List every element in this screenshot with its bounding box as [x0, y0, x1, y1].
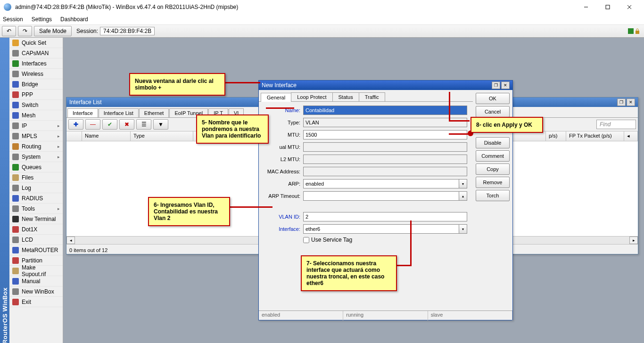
- sidebar-item-metarouter[interactable]: MetaROUTER: [9, 245, 63, 255]
- vlan-id-input[interactable]: 2: [303, 212, 467, 221]
- sidebar-item-label: Queues: [22, 164, 41, 171]
- add-button[interactable]: ✚: [68, 119, 83, 130]
- terminal-icon: [12, 216, 19, 222]
- new-interface-statusbar: enabledrunningslave: [259, 310, 512, 320]
- sidebar-item-label: RADIUS: [22, 195, 43, 202]
- window-close-button[interactable]: ✕: [627, 98, 635, 106]
- arp-dropdown-icon[interactable]: ▾: [459, 179, 467, 188]
- interface-dropdown-icon[interactable]: ▾: [459, 224, 467, 234]
- sidebar-item-mesh[interactable]: Mesh: [9, 110, 63, 121]
- sidebar-item-log[interactable]: Log: [9, 183, 63, 193]
- undo-button[interactable]: ↶: [2, 26, 16, 36]
- sidebar-item-system[interactable]: System▸: [9, 152, 63, 162]
- sidebar-item-exit[interactable]: Exit: [9, 297, 63, 307]
- col-type[interactable]: Type: [131, 131, 193, 141]
- app-icon: [4, 3, 11, 11]
- arp-timeout-stepper-icon[interactable]: ▴: [459, 191, 467, 201]
- filter-button[interactable]: ▼: [153, 119, 168, 130]
- sidebar-item-new-terminal[interactable]: New Terminal: [9, 214, 63, 224]
- sidebar-item-label: System: [22, 154, 41, 160]
- sidebar-item-wireless[interactable]: Wireless: [9, 69, 63, 79]
- sidebar-item-label: IP: [22, 122, 27, 129]
- use-service-tag-checkbox[interactable]: [303, 237, 309, 243]
- name-input[interactable]: Contabilidad: [303, 106, 467, 115]
- chevron-right-icon: ▸: [58, 155, 60, 159]
- comment-button[interactable]: Comment: [476, 150, 510, 162]
- sidebar-item-files[interactable]: Files: [9, 172, 63, 183]
- window-close-button[interactable]: ✕: [501, 82, 510, 89]
- arp-timeout-input[interactable]: [303, 191, 459, 201]
- safe-mode-button[interactable]: Safe Mode: [34, 26, 72, 36]
- sidebar-item-label: Quick Set: [22, 40, 46, 46]
- torch-button[interactable]: Torch: [476, 190, 510, 201]
- col-ps[interactable]: p/s): [546, 131, 566, 141]
- sidebar-item-dot1x[interactable]: Dot1X: [9, 224, 63, 235]
- comment-button[interactable]: ☰: [136, 119, 151, 130]
- sidebar-item-tools[interactable]: Tools▸: [9, 204, 63, 214]
- sidebar-item-lcd[interactable]: LCD: [9, 235, 63, 245]
- chevron-right-icon: ▸: [58, 134, 60, 139]
- session-value: 74:4D:28:B9:F4:2B: [100, 27, 155, 35]
- find-input[interactable]: Find: [596, 120, 636, 129]
- window-restore-button[interactable]: ❐: [492, 82, 500, 89]
- window-titlebar: admin@74:4D:28:B9:F4:2B (MikroTik) - Win…: [0, 0, 644, 14]
- callout-name: 5- Nombre que le pondremos a nuestra Vla…: [196, 114, 269, 144]
- cancel-button[interactable]: Cancel: [476, 106, 510, 117]
- sidebar-item-capsman[interactable]: CAPsMAN: [9, 48, 63, 58]
- sidebar-item-ppp[interactable]: PPP: [9, 90, 63, 100]
- sidebar-item-make-supout-rif[interactable]: Make Supout.rif: [9, 266, 63, 276]
- enable-button[interactable]: ✔: [102, 119, 117, 130]
- menu-settings[interactable]: Settings: [32, 16, 52, 23]
- new-interface-titlebar[interactable]: New Interface ❐ ✕: [259, 81, 512, 90]
- col-fptx[interactable]: FP Tx Packet (p/s): [566, 131, 624, 141]
- arp-timeout-label: ARP Timeout:: [261, 193, 303, 199]
- window-title: admin@74:4D:28:B9:F4:2B (MikroTik) - Win…: [15, 4, 575, 10]
- sidebar-item-ip[interactable]: IP▸: [9, 121, 63, 131]
- sidebar: Quick SetCAPsMANInterfacesWirelessBridge…: [9, 38, 63, 343]
- tab-loop-protect[interactable]: Loop Protect: [291, 92, 332, 101]
- sidebar-item-label: Files: [22, 174, 33, 181]
- remove-button[interactable]: —: [85, 119, 100, 130]
- sidebar-item-mpls[interactable]: MPLS▸: [9, 131, 63, 141]
- disable-button[interactable]: ✖: [119, 119, 134, 130]
- menu-session[interactable]: Session: [3, 16, 23, 23]
- tab-status[interactable]: Status: [332, 92, 359, 101]
- mtu-input[interactable]: 1500: [303, 130, 467, 139]
- sidebar-item-routing[interactable]: Routing▸: [9, 141, 63, 152]
- sidebar-item-bridge[interactable]: Bridge: [9, 79, 63, 90]
- sidebar-item-label: Mesh: [22, 112, 35, 119]
- sidebar-item-label: Bridge: [22, 81, 38, 88]
- copy-button[interactable]: Copy: [476, 163, 510, 175]
- tab-general[interactable]: General: [261, 93, 291, 102]
- disable-button[interactable]: Disable: [476, 137, 510, 148]
- sidebar-item-interfaces[interactable]: Interfaces: [9, 58, 63, 69]
- sidebar-item-switch[interactable]: Switch: [9, 100, 63, 110]
- sidebar-item-radius[interactable]: RADIUS: [9, 193, 63, 204]
- menu-dashboard[interactable]: Dashboard: [60, 16, 88, 23]
- redo-button[interactable]: ↷: [18, 26, 32, 36]
- interface-select[interactable]: ether6: [303, 224, 459, 234]
- tab-ethernet[interactable]: Ethernet: [139, 108, 169, 117]
- maximize-button[interactable]: [597, 0, 619, 14]
- close-button[interactable]: [619, 0, 640, 14]
- minimize-button[interactable]: [575, 0, 597, 14]
- switch-icon: [12, 102, 19, 108]
- bridge-icon: [12, 81, 19, 88]
- sidebar-item-new-winbox[interactable]: New WinBox: [9, 286, 63, 297]
- window-restore-button[interactable]: ❐: [617, 98, 626, 106]
- sidebar-item-manual[interactable]: Manual: [9, 276, 63, 286]
- tab-interface-list[interactable]: Interface List: [99, 108, 139, 117]
- interfaces-icon: [12, 60, 19, 67]
- arp-select[interactable]: enabled: [303, 179, 459, 188]
- sidebar-item-quick-set[interactable]: Quick Set: [9, 38, 63, 48]
- remove-button[interactable]: Remove: [476, 177, 510, 188]
- toolbar: ↶ ↷ Safe Mode Session: 74:4D:28:B9:F4:2B: [0, 25, 644, 38]
- sidebar-item-label: Routing: [22, 143, 41, 150]
- tab-interface[interactable]: Interface: [67, 108, 98, 117]
- col-name[interactable]: Name: [82, 131, 131, 141]
- ok-button[interactable]: OK: [476, 93, 510, 104]
- sidebar-item-queues[interactable]: Queues: [9, 162, 63, 172]
- status-square-icon: [628, 28, 634, 34]
- tab-traffic[interactable]: Traffic: [359, 92, 385, 101]
- svg-rect-0: [606, 5, 610, 9]
